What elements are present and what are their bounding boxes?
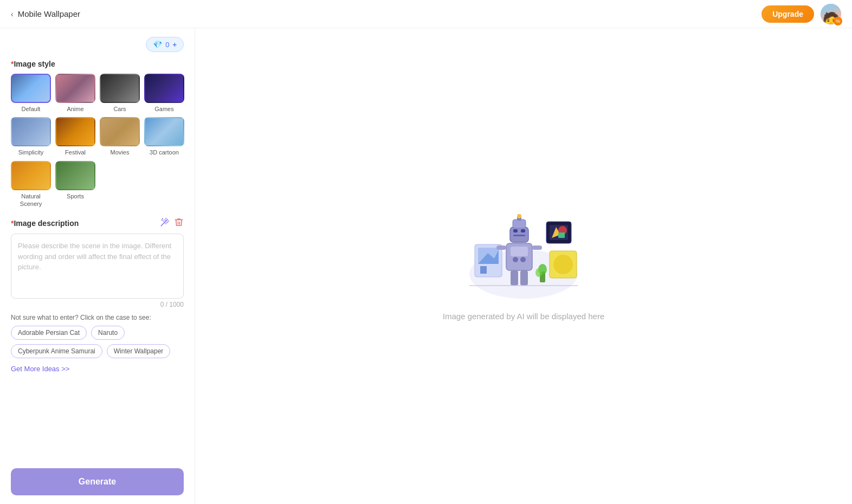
svg-point-11: [517, 214, 521, 218]
style-thumb-default: [11, 74, 51, 103]
suggestion-tag[interactable]: Naruto: [91, 326, 125, 340]
style-item-festival[interactable]: Festival: [55, 117, 95, 156]
suggestion-tag[interactable]: Adorable Persian Cat: [11, 326, 87, 340]
svg-point-14: [513, 257, 518, 262]
style-name-cartoon: 3D cartoon: [150, 148, 179, 156]
credits-badge[interactable]: 💎 0 +: [146, 37, 184, 52]
image-desc-label: *Image description: [11, 219, 79, 228]
generate-button[interactable]: Generate: [11, 468, 184, 495]
style-name-festival: Festival: [65, 148, 86, 156]
style-thumb-cartoon: [144, 117, 184, 146]
style-name-default: Default: [22, 105, 41, 113]
main-layout: 💎 0 + *Image style Default Anime Cars: [0, 28, 852, 504]
style-item-cartoon[interactable]: 3D cartoon: [144, 117, 184, 156]
style-name-sports: Sports: [67, 192, 84, 200]
credits-row: 💎 0 +: [11, 37, 184, 52]
char-count: 0 / 1000: [11, 301, 184, 308]
credits-count: 0: [165, 41, 169, 49]
placeholder-text: Image generated by AI will be displayed …: [443, 312, 605, 321]
style-grid: Default Anime Cars Games Simplicity: [11, 74, 184, 208]
style-item-movies[interactable]: Movies: [100, 117, 140, 156]
back-chevron-icon[interactable]: ‹: [11, 10, 14, 18]
svg-rect-19: [520, 270, 528, 286]
style-name-games: Games: [154, 105, 173, 113]
style-item-default[interactable]: Default: [11, 74, 51, 113]
header-left: ‹ Mobile Wallpaper: [11, 9, 80, 18]
style-name-natural: Natural Scenery: [11, 192, 51, 208]
content-area: Image generated by AI will be displayed …: [195, 28, 852, 504]
diamond-icon: 💎: [153, 40, 162, 49]
svg-point-26: [553, 255, 573, 274]
magic-wand-button[interactable]: [160, 217, 170, 229]
style-thumb-natural: [11, 161, 51, 190]
style-name-cars: Cars: [113, 105, 126, 113]
svg-rect-17: [532, 245, 542, 250]
svg-rect-4: [480, 266, 487, 274]
get-more-ideas[interactable]: Get More Ideas >>: [11, 365, 184, 373]
style-name-simplicity: Simplicity: [18, 148, 43, 156]
svg-rect-9: [521, 229, 525, 232]
svg-rect-10: [513, 235, 525, 236]
style-thumb-cars: [100, 74, 140, 103]
style-item-anime[interactable]: Anime: [55, 74, 95, 113]
suggestion-tags: Adorable Persian CatNarutoCyberpunk Anim…: [11, 326, 184, 358]
style-name-movies: Movies: [111, 148, 130, 156]
svg-point-29: [535, 268, 542, 277]
svg-rect-24: [558, 232, 565, 238]
style-item-sports[interactable]: Sports: [55, 161, 95, 208]
style-thumb-sports: [55, 161, 95, 190]
style-thumb-anime: [55, 74, 95, 103]
suggestion-hint: Not sure what to enter? Click on the cas…: [11, 314, 184, 321]
header: ‹ Mobile Wallpaper Upgrade 🧑 %: [0, 0, 852, 28]
style-thumb-movies: [100, 117, 140, 146]
style-item-games[interactable]: Games: [144, 74, 184, 113]
image-style-label: *Image style: [11, 60, 184, 68]
style-thumb-simplicity: [11, 117, 51, 146]
avatar-badge: %: [834, 17, 842, 25]
description-textarea[interactable]: [11, 234, 184, 299]
ai-illustration: [464, 212, 583, 299]
suggestion-tag[interactable]: Winter Wallpaper: [107, 344, 171, 358]
avatar[interactable]: 🧑 %: [821, 4, 841, 24]
credits-plus-icon: +: [172, 41, 177, 49]
desc-header: *Image description: [11, 217, 184, 229]
style-thumb-festival: [55, 117, 95, 146]
style-item-natural[interactable]: Natural Scenery: [11, 161, 51, 208]
svg-rect-13: [511, 247, 528, 256]
style-item-simplicity[interactable]: Simplicity: [11, 117, 51, 156]
svg-rect-6: [513, 219, 526, 228]
suggestion-tag[interactable]: Cyberpunk Anime Samurai: [11, 344, 102, 358]
svg-rect-8: [513, 229, 518, 232]
style-item-cars[interactable]: Cars: [100, 74, 140, 113]
clear-button[interactable]: [174, 217, 184, 229]
svg-rect-16: [496, 245, 506, 250]
svg-rect-18: [511, 270, 518, 286]
sidebar: 💎 0 + *Image style Default Anime Cars: [0, 28, 195, 504]
desc-icons: [160, 217, 184, 229]
page-title: Mobile Wallpaper: [18, 9, 80, 18]
header-right: Upgrade 🧑 %: [761, 4, 841, 24]
style-thumb-games: [144, 74, 184, 103]
svg-point-15: [520, 257, 526, 262]
style-name-anime: Anime: [67, 105, 83, 113]
upgrade-button[interactable]: Upgrade: [761, 5, 814, 23]
